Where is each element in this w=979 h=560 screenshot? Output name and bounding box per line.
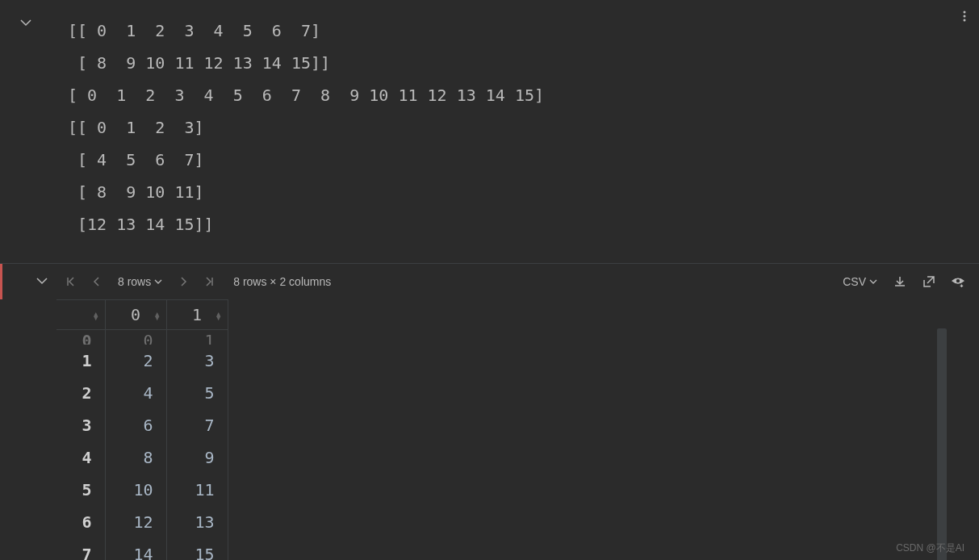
column-label: 1 [192,305,202,324]
table-row[interactable]: 0 0 1 [56,330,228,345]
index-cell: 5 [56,474,105,506]
index-cell: 2 [56,377,105,409]
rows-selector[interactable]: 8 rows [111,275,169,288]
svg-point-3 [956,279,960,282]
index-cell: 7 [56,538,105,561]
index-cell: 3 [56,409,105,441]
data-table: ▲▼ 0 ▲▼ 1 ▲▼ 0 0 1 1 [56,299,228,560]
data-cell: 11 [166,474,228,506]
chevron-down-icon [154,275,162,288]
table-row[interactable]: 367 [56,409,228,441]
prev-page-button[interactable] [86,270,108,293]
open-new-window-icon[interactable] [918,270,940,293]
table-row[interactable]: 245 [56,377,228,409]
data-cell: 4 [105,377,166,409]
data-cell: 8 [105,441,166,474]
index-cell: 1 [56,345,105,377]
table-row[interactable]: 489 [56,441,228,474]
sort-indicator-icon: ▲▼ [216,312,220,320]
output-section: [[ 0 1 2 3 4 5 6 7] [ 8 9 10 11 12 13 14… [0,0,979,263]
dimensions-label: 8 rows × 2 columns [224,275,341,288]
data-cell: 10 [105,474,166,506]
export-format-selector[interactable]: CSV [838,275,882,288]
column-label: 0 [131,305,140,324]
table-row[interactable]: 61213 [56,506,228,538]
index-cell: 6 [56,506,105,538]
table-row[interactable]: 51011 [56,474,228,506]
table-row[interactable]: 71415 [56,538,228,561]
table-viewer-section: 8 rows 8 rows × 2 columns CSV [0,263,979,560]
index-column-header[interactable]: ▲▼ [56,300,105,330]
data-cell: 1 [166,330,228,345]
data-cell: 7 [166,409,228,441]
sort-indicator-icon: ▲▼ [155,312,159,320]
rows-count-label: 8 rows [118,275,151,288]
download-icon[interactable] [889,270,911,293]
column-header-0[interactable]: 0 ▲▼ [105,300,166,330]
collapse-output-icon[interactable] [19,16,32,31]
svg-point-1 [964,15,966,18]
data-cell: 5 [166,377,228,409]
index-cell: 4 [56,441,105,474]
data-cell: 9 [166,441,228,474]
toolbar-content: 8 rows 8 rows × 2 columns CSV [60,270,969,293]
data-cell: 14 [105,538,166,561]
svg-point-2 [964,19,966,22]
last-page-button[interactable] [198,270,220,293]
code-output: [[ 0 1 2 3 4 5 6 7] [ 8 9 10 11 12 13 14… [0,8,979,247]
collapse-table-icon[interactable] [36,274,48,290]
eye-icon[interactable] [947,270,969,293]
more-options-icon[interactable] [958,10,971,25]
toolbar-right: CSV [838,270,969,293]
first-page-button[interactable] [60,270,82,293]
chevron-down-icon [869,275,877,288]
watermark: CSDN @不是AI [896,541,964,555]
data-cell: 6 [105,409,166,441]
export-format-label: CSV [843,275,866,288]
sort-indicator-icon: ▲▼ [94,312,98,320]
vertical-scrollbar[interactable] [937,328,947,560]
table-header-row: ▲▼ 0 ▲▼ 1 ▲▼ [56,300,228,330]
svg-point-0 [964,11,966,14]
data-cell: 0 [105,330,166,345]
table-row[interactable]: 123 [56,345,228,377]
data-table-wrapper: ▲▼ 0 ▲▼ 1 ▲▼ 0 0 1 1 [0,299,979,560]
data-cell: 3 [166,345,228,377]
data-cell: 13 [166,506,228,538]
data-cell: 12 [105,506,166,538]
toolbar-left-gutter [0,264,55,299]
index-cell: 0 [56,330,105,345]
column-header-1[interactable]: 1 ▲▼ [166,300,228,330]
data-cell: 15 [166,538,228,561]
table-toolbar: 8 rows 8 rows × 2 columns CSV [0,264,979,299]
data-cell: 2 [105,345,166,377]
next-page-button[interactable] [172,270,195,293]
